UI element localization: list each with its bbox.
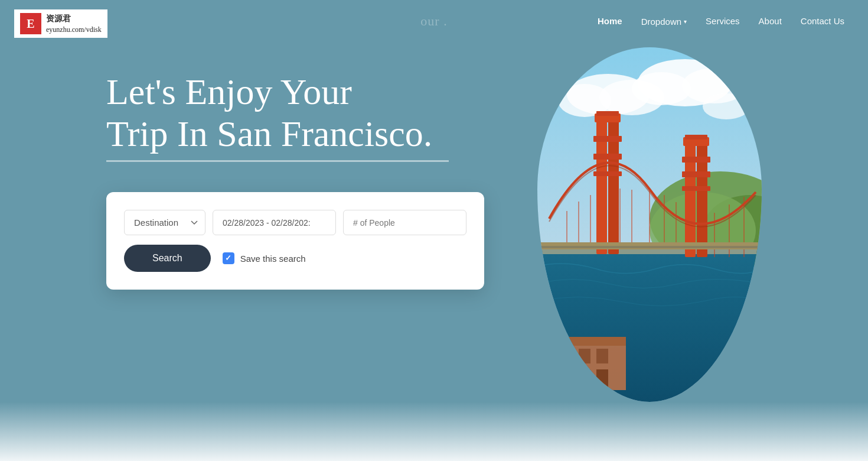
people-input[interactable] bbox=[343, 210, 466, 235]
svg-rect-35 bbox=[685, 135, 707, 139]
nav-link-services[interactable]: Services bbox=[706, 16, 740, 26]
search-card: Destination San Francisco New York Los A… bbox=[106, 192, 484, 290]
search-row-inputs: Destination San Francisco New York Los A… bbox=[124, 210, 466, 235]
hero-section: E 资源君 eyunzhu.com/vdisk our . Home Dropd… bbox=[0, 0, 868, 461]
svg-rect-48 bbox=[537, 246, 762, 248]
nav-item-dropdown[interactable]: Dropdown ▾ bbox=[641, 17, 687, 27]
nav-links: Home Dropdown ▾ Services About Contact U… bbox=[598, 16, 844, 27]
svg-rect-20 bbox=[596, 369, 608, 390]
save-search-label[interactable]: Save this search bbox=[223, 252, 306, 264]
nav-link-about[interactable]: About bbox=[759, 16, 782, 26]
nav-link-dropdown[interactable]: Dropdown ▾ bbox=[641, 17, 687, 27]
svg-rect-24 bbox=[593, 136, 622, 142]
nav-item-services[interactable]: Services bbox=[706, 16, 740, 27]
bridge-illustration bbox=[537, 47, 762, 402]
save-search-checkbox[interactable] bbox=[223, 252, 234, 264]
nav-item-contact[interactable]: Contact Us bbox=[801, 16, 844, 27]
svg-rect-28 bbox=[596, 111, 619, 116]
svg-rect-15 bbox=[561, 349, 573, 363]
nav-link-contact[interactable]: Contact Us bbox=[801, 16, 844, 26]
search-button[interactable]: Search bbox=[124, 245, 211, 272]
hero-image-blob bbox=[537, 47, 762, 402]
destination-select[interactable]: Destination San Francisco New York Los A… bbox=[124, 210, 205, 235]
save-search-text: Save this search bbox=[240, 254, 306, 264]
nav-link-home[interactable]: Home bbox=[598, 16, 622, 26]
svg-rect-31 bbox=[682, 157, 710, 163]
svg-rect-25 bbox=[593, 154, 622, 160]
svg-rect-19 bbox=[579, 369, 590, 390]
svg-rect-32 bbox=[682, 171, 710, 177]
date-range-input[interactable] bbox=[213, 210, 336, 235]
hero-image-container bbox=[537, 47, 785, 414]
nav-item-home[interactable]: Home bbox=[598, 16, 622, 27]
nav-site-title: our . bbox=[420, 14, 447, 29]
svg-rect-17 bbox=[596, 349, 608, 363]
navbar: our . Home Dropdown ▾ Services About Con… bbox=[0, 0, 868, 43]
svg-point-8 bbox=[703, 93, 750, 119]
svg-point-6 bbox=[632, 72, 691, 105]
search-row-actions: Search Save this search bbox=[124, 245, 466, 272]
hero-content: Let's Enjoy Your Trip In San Francisco. bbox=[106, 71, 449, 180]
hero-title: Let's Enjoy Your Trip In San Francisco. bbox=[106, 71, 449, 155]
chevron-down-icon: ▾ bbox=[684, 18, 687, 25]
svg-rect-14 bbox=[555, 337, 626, 346]
svg-rect-26 bbox=[593, 171, 622, 176]
svg-rect-16 bbox=[579, 349, 590, 363]
svg-rect-12 bbox=[537, 248, 762, 402]
svg-rect-18 bbox=[561, 369, 573, 390]
nav-item-about[interactable]: About bbox=[759, 16, 782, 27]
hero-underline bbox=[106, 160, 449, 162]
svg-rect-33 bbox=[682, 186, 710, 191]
